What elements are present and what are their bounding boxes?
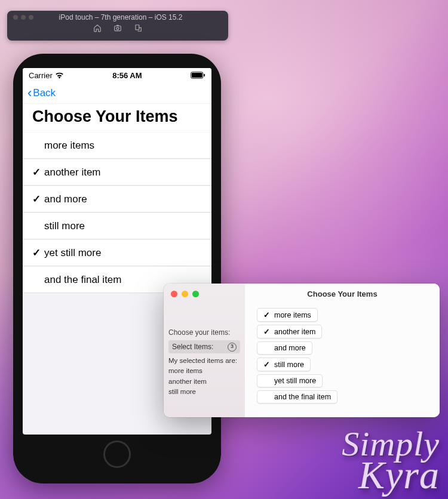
select-items-label: Select Items: xyxy=(172,341,213,352)
wifi-icon xyxy=(55,72,64,79)
choose-label: Choose your items: xyxy=(168,327,240,338)
svg-point-1 xyxy=(116,27,119,30)
traffic-lights[interactable] xyxy=(13,15,33,20)
simulator-titlebar: iPod touch – 7th generation – iOS 15.2 xyxy=(7,11,228,41)
result-line: more items xyxy=(168,366,240,376)
checkmark-icon: ✓ xyxy=(263,310,271,319)
item-button[interactable]: yet still more xyxy=(257,374,323,387)
mac-window-title: Choose Your Items xyxy=(257,289,428,298)
result-line: another item xyxy=(168,377,240,387)
minimize-icon[interactable] xyxy=(21,15,26,20)
status-bar: Carrier 8:56 AM xyxy=(23,68,211,82)
select-items-row[interactable]: Select Items: 3 xyxy=(168,340,240,353)
item-button[interactable]: and more xyxy=(257,341,312,355)
list-item-label: yet still more xyxy=(44,247,202,259)
item-button[interactable]: ✓ another item xyxy=(257,325,322,338)
list-item[interactable]: ✓ another item xyxy=(23,159,211,186)
close-icon[interactable] xyxy=(171,291,177,297)
mac-main-pane: Choose Your Items ✓ more items ✓ another… xyxy=(245,284,440,417)
iphone-device-frame: Carrier 8:56 AM ‹ Back Choos xyxy=(13,54,221,483)
minimize-icon[interactable] xyxy=(182,291,188,297)
result-line: still more xyxy=(168,387,240,397)
mac-item-list: ✓ more items ✓ another item and more ✓ s… xyxy=(257,308,428,403)
clock: 8:56 AM xyxy=(112,71,142,80)
traffic-lights[interactable] xyxy=(164,288,245,297)
list-item[interactable]: ✓ and more xyxy=(23,186,211,212)
back-label: Back xyxy=(33,87,56,99)
checkmark-icon: ✓ xyxy=(263,360,271,369)
rotate-icon[interactable] xyxy=(134,24,142,32)
results-heading: My selected items are: xyxy=(168,356,240,366)
navigation-bar: ‹ Back xyxy=(23,82,211,104)
simulator-title: iPod touch – 7th generation – iOS 15.2 xyxy=(39,13,202,21)
svg-rect-0 xyxy=(115,26,121,31)
home-icon[interactable] xyxy=(93,24,102,32)
back-button[interactable]: ‹ Back xyxy=(27,87,56,100)
home-button[interactable] xyxy=(103,441,131,468)
svg-rect-5 xyxy=(204,74,205,76)
screenshot-icon[interactable] xyxy=(113,24,122,32)
item-button[interactable]: ✓ still more xyxy=(257,358,311,371)
simulator-toolbar xyxy=(93,21,142,32)
list-item[interactable]: still more xyxy=(23,212,211,239)
list-item[interactable]: ✓ yet still more xyxy=(23,239,211,266)
list-item-label: still more xyxy=(44,220,202,232)
watermark-line2: Kyra xyxy=(342,458,440,492)
item-button[interactable]: ✓ more items xyxy=(257,308,318,322)
count-badge: 3 xyxy=(228,343,237,352)
zoom-icon[interactable] xyxy=(29,15,33,20)
item-label: and the final item xyxy=(274,393,331,401)
checkmark-icon: ✓ xyxy=(32,247,44,259)
zoom-icon[interactable] xyxy=(192,291,199,297)
list-item-label: another item xyxy=(44,167,202,178)
watermark-logo: Simply Kyra xyxy=(342,429,440,492)
svg-rect-4 xyxy=(192,73,202,78)
mac-window: Choose your items: Select Items: 3 My se… xyxy=(164,284,440,417)
page-title: Choose Your Items xyxy=(23,104,211,132)
carrier-label: Carrier xyxy=(29,71,53,80)
chevron-left-icon: ‹ xyxy=(27,87,32,100)
checkmark-icon: ✓ xyxy=(32,193,44,205)
item-label: and more xyxy=(274,344,306,352)
results-block: My selected items are: more items anothe… xyxy=(168,356,240,397)
mac-sidebar: Choose your items: Select Items: 3 My se… xyxy=(164,284,245,417)
item-label: still more xyxy=(274,361,304,369)
item-label: yet still more xyxy=(274,377,316,385)
list-item-label: and more xyxy=(44,193,202,205)
list-item[interactable]: more items xyxy=(23,132,211,159)
list-item-label: more items xyxy=(44,140,202,152)
checkmark-icon: ✓ xyxy=(263,327,271,336)
item-label: more items xyxy=(274,311,311,319)
item-button[interactable]: and the final item xyxy=(257,390,337,403)
battery-icon xyxy=(191,72,205,79)
svg-rect-2 xyxy=(136,25,139,30)
close-icon[interactable] xyxy=(13,15,18,20)
checkmark-icon: ✓ xyxy=(32,166,44,178)
item-list: more items ✓ another item ✓ and more sti… xyxy=(23,132,211,293)
item-label: another item xyxy=(274,328,315,336)
